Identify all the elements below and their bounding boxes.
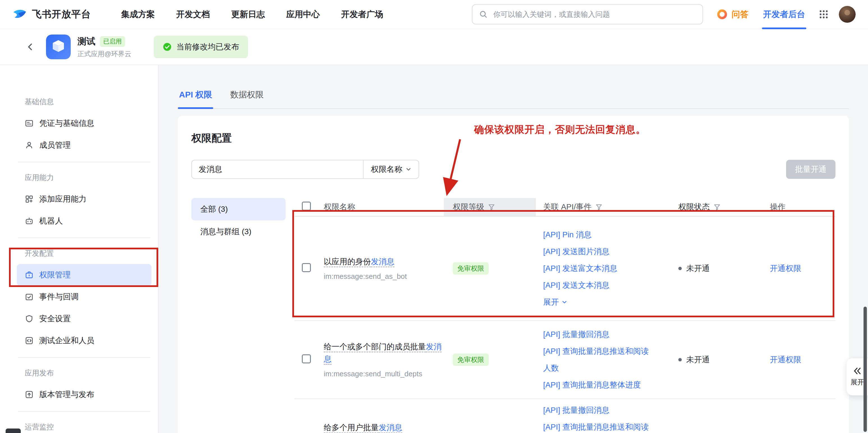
nav-item-integration[interactable]: 集成方案 <box>121 9 155 20</box>
api-link[interactable]: [API] 发送图片消息 <box>543 243 656 260</box>
api-link[interactable]: [API] 批量撤回消息 <box>543 326 656 343</box>
level-badge: 免审权限 <box>453 262 489 275</box>
developer-console-link[interactable]: 开发者后台 <box>763 9 805 20</box>
row-checkbox[interactable] <box>302 354 311 363</box>
sidebar-divider <box>18 357 150 358</box>
category-messages-groups[interactable]: 消息与群组 (3) <box>191 221 286 243</box>
shield-icon <box>25 314 34 323</box>
sidebar-item-add-capability[interactable]: 添加应用能力 <box>17 188 152 210</box>
sidebar-item-events[interactable]: 事件与回调 <box>17 286 152 308</box>
feishu-logo-icon <box>12 7 27 22</box>
batch-grant-button[interactable]: 批量开通 <box>786 160 835 179</box>
scrollbar-thumb[interactable] <box>864 307 867 432</box>
header-permission-level: 权限等级 <box>453 202 484 212</box>
grant-permission-link[interactable]: 开通权限 <box>770 355 801 364</box>
header-permission-name: 权限名称 <box>317 202 444 212</box>
global-search-input[interactable] <box>492 9 696 19</box>
permission-tabs: API 权限 数据权限 <box>178 65 849 109</box>
global-search[interactable] <box>472 4 703 24</box>
qa-icon <box>716 9 728 20</box>
status-text: 未开通 <box>686 263 710 274</box>
main-content: API 权限 数据权限 权限配置 权限名称 批量开通 <box>159 65 868 433</box>
nav-item-app-center[interactable]: 应用中心 <box>286 9 320 20</box>
permission-table: 权限名称 权限等级 关联 API/事件 <box>294 198 835 433</box>
filter-funnel-icon[interactable] <box>596 204 602 210</box>
permission-name[interactable]: 给一个或多个部门的成员批量发消息 <box>324 341 441 365</box>
sidebar-item-label: 安全设置 <box>39 313 71 324</box>
api-link[interactable]: [API] 查询批量消息推送和阅读人数 <box>543 343 656 377</box>
table-row: 给多个用户批量发消息 [API] 批量撤回消息 [API] 查询批量消息推送和阅… <box>294 399 835 433</box>
sidebar-item-test-org[interactable]: 测试企业和人员 <box>17 330 152 352</box>
event-callback-icon <box>25 292 34 301</box>
sidebar-item-credentials[interactable]: 凭证与基础信息 <box>17 112 152 134</box>
sidebar-item-label: 版本管理与发布 <box>39 389 94 400</box>
level-badge: 免审权限 <box>453 353 489 366</box>
nav-item-docs[interactable]: 开发文档 <box>176 9 210 20</box>
app-grid-icon[interactable] <box>818 9 829 19</box>
toolbar: 权限名称 批量开通 <box>191 160 835 179</box>
status-dot <box>678 358 682 362</box>
publish-up-icon <box>25 390 34 399</box>
app-name: 测试 <box>78 35 95 48</box>
robot-icon <box>25 216 34 226</box>
sidebar-section-monitor: 运营监控 <box>17 416 152 433</box>
header-action: 操作 <box>760 202 835 212</box>
filter-funnel-icon[interactable] <box>488 204 495 210</box>
app-meta: 测试 已启用 正式应用@环界云 <box>78 35 131 58</box>
search-icon <box>479 10 488 19</box>
nav-item-dev-plaza[interactable]: 开发者广场 <box>341 9 383 20</box>
page-title: 权限配置 <box>191 132 835 145</box>
category-all[interactable]: 全部 (3) <box>191 198 286 221</box>
tab-data-permission[interactable]: 数据权限 <box>229 89 265 108</box>
permission-scope: im:message:send_multi_depts <box>324 369 441 379</box>
row-checkbox[interactable] <box>302 263 311 272</box>
table-header: 权限名称 权限等级 关联 API/事件 <box>294 198 835 216</box>
qa-link[interactable]: 问答 <box>716 9 748 20</box>
sidebar-section-dev-config: 开发配置 <box>17 242 152 264</box>
sidebar-item-members[interactable]: 成员管理 <box>17 134 152 156</box>
brand-title: 飞书开放平台 <box>32 8 91 21</box>
permission-search-group: 权限名称 <box>191 160 419 179</box>
sidebar-divider <box>18 162 150 162</box>
permission-scope: im:message:send_as_bot <box>324 271 441 281</box>
select-all-checkbox[interactable] <box>302 202 311 211</box>
publish-banner-text: 当前修改均已发布 <box>176 41 239 52</box>
search-field-select[interactable]: 权限名称 <box>363 160 419 179</box>
sidebar-item-version-release[interactable]: 版本管理与发布 <box>17 383 152 405</box>
api-link[interactable]: [API] 发送文本消息 <box>543 277 656 294</box>
api-link[interactable]: [API] 查询批量消息整体进度 <box>543 377 656 394</box>
nav-item-changelog[interactable]: 更新日志 <box>231 9 265 20</box>
check-circle-icon <box>163 42 172 51</box>
api-link[interactable]: [API] Pin 消息 <box>543 226 656 243</box>
chevron-down-icon <box>406 167 411 172</box>
sidebar-item-bot[interactable]: 机器人 <box>17 210 152 232</box>
code-brackets-icon <box>25 336 34 345</box>
sidebar-item-security[interactable]: 安全设置 <box>17 308 152 330</box>
back-icon[interactable] <box>26 42 35 51</box>
api-link[interactable]: [API] 查询批量消息推送和阅读 <box>543 419 656 433</box>
tab-api-permission[interactable]: API 权限 <box>178 89 213 108</box>
sidebar-item-permissions[interactable]: 权限管理 <box>17 264 152 286</box>
permission-name[interactable]: 给多个用户批量发消息 <box>324 422 441 433</box>
sidebar-section-release: 应用发布 <box>17 362 152 383</box>
header-related-api: 关联 API/事件 <box>543 202 592 212</box>
header-permission-status: 权限状态 <box>678 202 710 212</box>
sidebar-section-capability: 应用能力 <box>17 167 152 188</box>
publish-status-banner: 当前修改均已发布 <box>154 36 248 58</box>
expand-apis-link[interactable]: 展开 <box>543 294 656 311</box>
sidebar-item-label: 机器人 <box>39 216 63 226</box>
category-filter-list: 全部 (3) 消息与群组 (3) <box>191 198 286 433</box>
user-avatar[interactable] <box>839 6 856 23</box>
sidebar-section-basic: 基础信息 <box>17 91 152 112</box>
api-link[interactable]: [API] 发送富文本消息 <box>543 260 656 277</box>
filter-funnel-icon[interactable] <box>714 204 720 210</box>
brand[interactable]: 飞书开放平台 <box>12 7 91 22</box>
api-link[interactable]: [API] 批量撤回消息 <box>543 402 656 419</box>
feishu-open-platform-console: 飞书开放平台 集成方案 开发文档 更新日志 应用中心 开发者广场 <box>0 0 868 433</box>
sidebar-item-label: 权限管理 <box>39 269 71 280</box>
permission-name[interactable]: 以应用的身份发消息 <box>324 256 441 268</box>
app-header: 测试 已启用 正式应用@环界云 当前修改均已发布 <box>0 29 868 65</box>
corner-widget <box>6 429 21 433</box>
grant-permission-link[interactable]: 开通权限 <box>770 264 801 273</box>
permission-search-input[interactable] <box>191 160 363 179</box>
